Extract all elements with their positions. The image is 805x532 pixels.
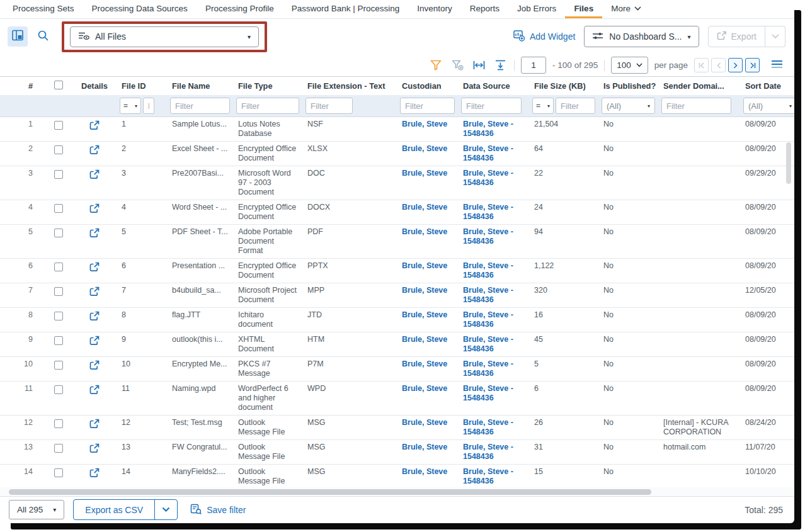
row-checkbox[interactable] — [54, 204, 63, 213]
custodian-link[interactable]: Brule, Steve — [397, 332, 458, 347]
dashboard-selector-button[interactable]: No Dashboard S... ▾ — [584, 26, 699, 47]
file-size-operator-select[interactable]: =▾ — [532, 98, 554, 114]
row-checkbox[interactable] — [54, 385, 63, 394]
sender-domain-filter-input[interactable] — [661, 98, 731, 114]
data-source-filter-input[interactable] — [461, 98, 522, 114]
data-source-link[interactable]: Brule, Steve - 1548436 — [458, 332, 529, 356]
column-header-sort-date[interactable]: Sort Date — [740, 81, 794, 91]
open-details-icon[interactable] — [89, 468, 100, 480]
column-header-file-name[interactable]: File Name — [167, 81, 233, 91]
column-header-file-extension[interactable]: File Extension - Text — [302, 81, 397, 91]
data-source-link[interactable]: Brule, Steve - 1548436 — [458, 440, 529, 464]
horizontal-scrollbar-thumb[interactable] — [9, 489, 651, 495]
data-source-link[interactable]: Brule, Steve - 1548436 — [458, 166, 529, 190]
row-checkbox[interactable] — [54, 287, 63, 296]
sort-date-filter-select[interactable]: (All)▾ — [743, 98, 794, 114]
tab-more[interactable]: More — [602, 0, 650, 18]
view-selector-dropdown[interactable]: All Files ▾ — [70, 26, 259, 47]
data-source-link[interactable]: Brule, Steve - 1548436 — [458, 465, 529, 487]
next-page-button[interactable] — [728, 58, 743, 72]
row-checkbox[interactable] — [54, 229, 63, 237]
custodian-filter-input[interactable] — [400, 98, 455, 114]
row-checkbox[interactable] — [54, 145, 63, 154]
tab-password-bank-processing[interactable]: Password Bank | Processing — [283, 0, 409, 18]
data-source-link[interactable]: Brule, Steve - 1548436 — [458, 382, 529, 405]
row-checkbox[interactable] — [54, 170, 63, 179]
custodian-link[interactable]: Brule, Steve — [397, 166, 458, 181]
tab-reports[interactable]: Reports — [461, 0, 508, 18]
row-checkbox[interactable] — [54, 468, 63, 477]
column-header-file-type[interactable]: File Type — [233, 81, 302, 91]
custodian-link[interactable]: Brule, Steve — [397, 416, 458, 430]
open-details-icon[interactable] — [89, 443, 100, 456]
data-source-link[interactable]: Brule, Steve - 1548436 — [458, 283, 529, 307]
fit-column-width-icon[interactable] — [471, 58, 486, 73]
open-details-icon[interactable] — [89, 203, 100, 216]
data-source-link[interactable]: Brule, Steve - 1548436 — [458, 416, 529, 439]
data-source-link[interactable]: Brule, Steve - 1548436 — [458, 117, 529, 141]
selection-scope-dropdown[interactable]: All 295 ▾ — [9, 500, 64, 519]
column-header-file-size[interactable]: File Size (KB) — [529, 81, 598, 91]
file-size-filter-input[interactable] — [556, 98, 595, 114]
file-id-filter-input[interactable] — [143, 98, 154, 114]
open-details-icon[interactable] — [89, 145, 100, 157]
save-filter-button[interactable]: Save filter — [190, 503, 246, 516]
row-checkbox[interactable] — [54, 121, 63, 130]
custodian-link[interactable]: Brule, Steve — [397, 357, 458, 371]
file-type-filter-input[interactable] — [236, 98, 299, 114]
open-details-icon[interactable] — [89, 120, 100, 133]
add-widget-button[interactable]: Add Widget — [513, 30, 575, 43]
custodian-link[interactable]: Brule, Steve — [397, 117, 458, 132]
list-menu-icon[interactable] — [771, 60, 783, 71]
row-checkbox[interactable] — [54, 263, 63, 271]
row-checkbox[interactable] — [54, 361, 63, 370]
page-number-input[interactable] — [521, 57, 546, 74]
open-details-icon[interactable] — [89, 286, 100, 299]
data-source-link[interactable]: Brule, Steve - 1548436 — [458, 225, 529, 249]
vertical-scrollbar-thumb[interactable] — [786, 142, 791, 184]
search-button[interactable] — [33, 26, 53, 47]
export-csv-button[interactable]: Export as CSV — [74, 500, 154, 519]
row-checkbox[interactable] — [54, 419, 63, 428]
export-csv-dropdown-button[interactable] — [154, 500, 177, 519]
column-header-custodian[interactable]: Custodian — [397, 81, 458, 91]
tab-processing-profile[interactable]: Processing Profile — [197, 0, 283, 18]
custodian-link[interactable]: Brule, Steve — [397, 283, 458, 298]
custodian-link[interactable]: Brule, Steve — [397, 440, 458, 455]
column-header-data-source[interactable]: Data Source — [458, 81, 529, 91]
row-checkbox[interactable] — [54, 312, 63, 320]
data-source-link[interactable]: Brule, Steve - 1548436 — [458, 142, 529, 166]
open-details-icon[interactable] — [89, 262, 100, 274]
data-source-link[interactable]: Brule, Steve - 1548436 — [458, 259, 529, 283]
open-details-icon[interactable] — [89, 419, 100, 431]
custodian-link[interactable]: Brule, Steve — [397, 308, 458, 322]
data-source-link[interactable]: Brule, Steve - 1548436 — [458, 357, 529, 381]
page-size-select[interactable]: 100 — [611, 57, 648, 74]
tab-processing-data-sources[interactable]: Processing Data Sources — [83, 0, 197, 18]
custodian-link[interactable]: Brule, Steve — [397, 259, 458, 273]
column-header-sender-domain[interactable]: Sender Domai... — [658, 81, 740, 91]
is-published-filter-select[interactable]: (All)▾ — [602, 98, 655, 114]
data-source-link[interactable]: Brule, Steve - 1548436 — [458, 308, 529, 332]
filter-toggle-icon[interactable] — [428, 58, 443, 73]
file-id-operator-select[interactable]: =▾ — [120, 98, 141, 114]
row-checkbox[interactable] — [54, 444, 63, 453]
open-details-icon[interactable] — [89, 336, 100, 348]
open-details-icon[interactable] — [89, 169, 100, 182]
open-details-icon[interactable] — [89, 311, 100, 324]
file-extension-filter-input[interactable] — [305, 98, 353, 114]
open-details-icon[interactable] — [89, 228, 100, 241]
custodian-link[interactable]: Brule, Steve — [397, 142, 458, 156]
tab-files[interactable]: Files — [565, 0, 602, 18]
data-source-link[interactable]: Brule, Steve - 1548436 — [458, 200, 529, 224]
custodian-link[interactable]: Brule, Steve — [397, 200, 458, 215]
column-header-file-id[interactable]: File ID — [117, 81, 167, 91]
row-checkbox[interactable] — [54, 336, 63, 345]
custodian-link[interactable]: Brule, Steve — [397, 465, 458, 479]
open-details-icon[interactable] — [89, 360, 100, 373]
file-name-filter-input[interactable] — [170, 98, 230, 114]
custodian-link[interactable]: Brule, Steve — [397, 382, 458, 396]
tab-inventory[interactable]: Inventory — [408, 0, 461, 18]
browser-panel-button[interactable] — [8, 26, 28, 47]
column-header-is-published[interactable]: Is Published? — [598, 81, 658, 91]
